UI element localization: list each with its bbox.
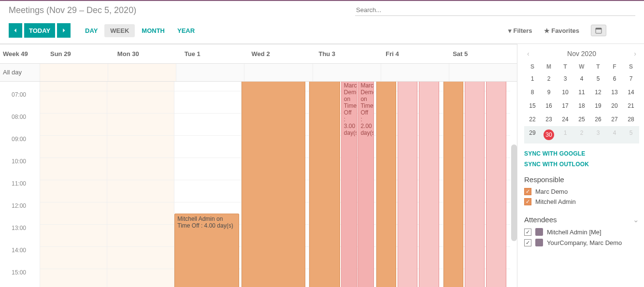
mini-day[interactable]: 24 xyxy=(557,113,573,126)
mini-day[interactable]: 1 xyxy=(524,72,541,86)
day-header[interactable]: Fri 4 xyxy=(383,44,450,63)
day-column[interactable]: Marc Demo on Time Off : 3.00 day(s)Marc … xyxy=(309,82,376,287)
mini-day[interactable]: 21 xyxy=(623,99,639,113)
search-input[interactable] xyxy=(355,4,635,16)
mini-day[interactable]: 12 xyxy=(590,86,606,99)
mini-day[interactable]: 2 xyxy=(573,126,590,144)
mini-day[interactable]: 7 xyxy=(623,72,639,86)
mini-day[interactable]: 3 xyxy=(590,126,606,144)
responsible-item[interactable]: ✓ Mitchell Admin xyxy=(524,197,639,207)
mini-day[interactable]: 1 xyxy=(557,126,573,144)
prev-button[interactable] xyxy=(9,23,22,38)
mini-day[interactable]: 30 xyxy=(541,126,557,144)
calendar-event[interactable] xyxy=(242,82,305,287)
calendar-event[interactable]: Mitchell Admin on Time Off : 4.00 day(s) xyxy=(174,214,239,287)
time-label: 15:00 xyxy=(0,269,40,287)
sync-outlook-link[interactable]: SYNC WITH OUTLOOK xyxy=(524,159,639,170)
mini-day-header: W xyxy=(573,61,590,72)
checkbox-icon: ✓ xyxy=(524,198,531,205)
next-button[interactable] xyxy=(57,23,71,38)
mini-day[interactable]: 11 xyxy=(573,86,590,99)
mini-day[interactable]: 13 xyxy=(606,86,623,99)
mini-next-button[interactable]: › xyxy=(634,50,636,57)
mini-day-header: M xyxy=(541,61,557,72)
day-header[interactable]: Tue 1 xyxy=(182,44,249,63)
mini-day-header: S xyxy=(623,61,639,72)
mini-day[interactable]: 20 xyxy=(606,99,623,113)
star-icon: ★ xyxy=(544,27,550,34)
mini-day-header: T xyxy=(557,61,573,72)
mini-day[interactable]: 19 xyxy=(590,99,606,113)
calendar-event[interactable] xyxy=(465,82,485,287)
calendar-event[interactable] xyxy=(444,82,463,287)
day-header[interactable]: Sun 29 xyxy=(40,44,114,63)
day-column[interactable] xyxy=(443,82,510,287)
calendar-event[interactable] xyxy=(376,82,396,287)
mini-day[interactable]: 27 xyxy=(606,113,623,126)
mini-day[interactable]: 5 xyxy=(623,126,639,144)
calendar-event[interactable] xyxy=(309,82,341,287)
mini-calendar-title: Nov 2020 xyxy=(567,50,596,57)
mini-day[interactable]: 18 xyxy=(573,99,590,113)
calendar-event[interactable] xyxy=(398,82,417,287)
mini-day[interactable]: 3 xyxy=(557,72,573,86)
day-column[interactable] xyxy=(376,82,443,287)
day-header[interactable]: Sat 5 xyxy=(450,44,517,63)
mini-day[interactable]: 29 xyxy=(524,126,541,144)
attendee-item[interactable]: ✓ YourCompany, Marc Demo xyxy=(524,237,639,248)
favorites-button[interactable]: ★ Favorites xyxy=(544,27,579,34)
mini-day[interactable]: 23 xyxy=(541,113,557,126)
mini-day-header: T xyxy=(590,61,606,72)
day-column[interactable]: Mitchell Admin on Time Off : 4.00 day(s) xyxy=(174,82,241,287)
day-column[interactable] xyxy=(107,82,174,287)
time-label: 13:00 xyxy=(0,225,40,247)
mini-day[interactable]: 5 xyxy=(590,72,606,86)
mini-day[interactable]: 26 xyxy=(590,113,606,126)
calendar-view-button[interactable] xyxy=(591,25,606,36)
mini-day[interactable]: 10 xyxy=(557,86,573,99)
mini-day[interactable]: 6 xyxy=(606,72,623,86)
attendees-heading: Attendees ⌄ xyxy=(524,215,639,224)
tab-week[interactable]: WEEK xyxy=(104,24,135,37)
mini-day[interactable]: 4 xyxy=(573,72,590,86)
day-column[interactable] xyxy=(40,82,107,287)
expand-icon[interactable]: ⌄ xyxy=(633,215,639,224)
mini-day[interactable]: 14 xyxy=(623,86,639,99)
scrollbar-thumb[interactable] xyxy=(511,144,517,241)
attendee-item[interactable]: ✓ Mitchell Admin [Me] xyxy=(524,227,639,237)
tab-day[interactable]: DAY xyxy=(79,24,103,37)
mini-day[interactable]: 4 xyxy=(606,126,623,144)
mini-day[interactable]: 15 xyxy=(524,99,541,113)
sync-google-link[interactable]: SYNC WITH GOOGLE xyxy=(524,148,639,159)
mini-day[interactable]: 28 xyxy=(623,113,639,126)
calendar-event[interactable] xyxy=(486,82,506,287)
mini-day[interactable]: 9 xyxy=(541,86,557,99)
mini-day[interactable]: 22 xyxy=(524,113,541,126)
checkbox-icon: ✓ xyxy=(524,229,531,236)
day-header[interactable]: Mon 30 xyxy=(114,44,182,63)
today-button[interactable]: TODAY xyxy=(24,23,55,38)
mini-day[interactable]: 8 xyxy=(524,86,541,99)
mini-day[interactable]: 17 xyxy=(557,99,573,113)
day-header[interactable]: Wed 2 xyxy=(249,44,316,63)
tab-year[interactable]: YEAR xyxy=(172,24,200,37)
checkbox-icon: ✓ xyxy=(524,239,531,246)
funnel-icon: ▾ xyxy=(508,27,512,34)
day-column[interactable] xyxy=(241,82,308,287)
responsible-item[interactable]: ✓ Marc Demo xyxy=(524,187,639,197)
filters-button[interactable]: ▾ Filters xyxy=(508,27,532,34)
mini-day-header: F xyxy=(606,61,623,72)
mini-day[interactable]: 25 xyxy=(573,113,590,126)
calendar-event[interactable]: Marc Demo on Time Off : 2.00 day(s) xyxy=(358,82,373,287)
page-title: Meetings (Nov 29 – Dec 5, 2020) xyxy=(9,5,136,15)
chevron-right-icon xyxy=(62,28,66,33)
tab-month[interactable]: MONTH xyxy=(136,24,171,37)
mini-prev-button[interactable]: ‹ xyxy=(527,50,530,57)
day-header[interactable]: Thu 3 xyxy=(315,44,383,63)
calendar-event[interactable]: Marc Demo on Time Off : 3.00 day(s) xyxy=(341,82,357,287)
calendar-event[interactable] xyxy=(419,82,439,287)
mini-day[interactable]: 2 xyxy=(541,72,557,86)
mini-day[interactable]: 16 xyxy=(541,99,557,113)
responsible-heading: Responsible xyxy=(524,175,639,184)
time-label: 11:00 xyxy=(0,180,40,202)
